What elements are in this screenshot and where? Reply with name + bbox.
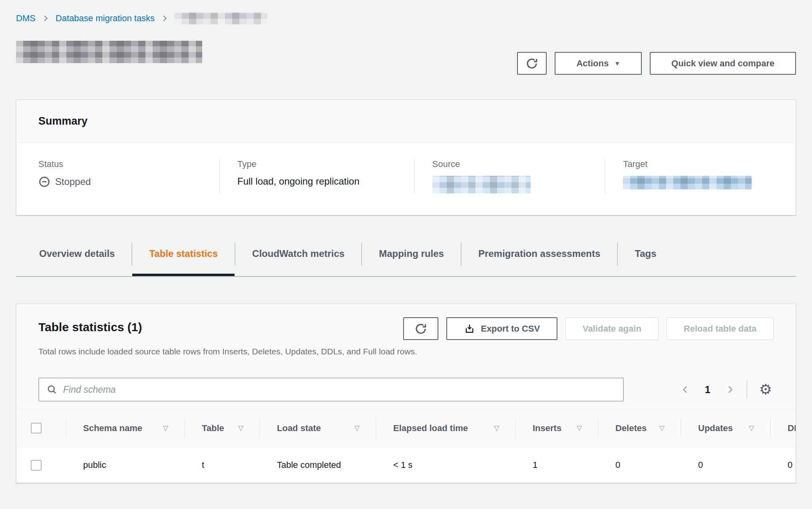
select-all-checkbox-cell xyxy=(16,409,66,447)
refresh-button[interactable] xyxy=(517,52,547,75)
cell-table: t xyxy=(184,447,259,483)
export-button-label: Export to CSV xyxy=(481,324,540,334)
sort-down-icon: ▽ xyxy=(659,424,665,432)
redacted-target-link[interactable] xyxy=(623,176,752,189)
search-icon xyxy=(46,384,58,395)
chevron-right-icon xyxy=(41,14,50,23)
column-header-load-state[interactable]: Load state ▽ xyxy=(259,409,376,447)
quick-view-and-compare-button[interactable]: Quick view and compare xyxy=(650,52,796,75)
status-value: Stopped xyxy=(38,176,219,188)
reload-button-label: Reload table data xyxy=(684,324,756,334)
type-value: Full load, ongoing replication xyxy=(237,176,414,187)
refresh-icon xyxy=(414,322,427,335)
status-text: Stopped xyxy=(55,176,91,187)
summary-panel-header: Summary xyxy=(16,100,796,143)
task-detail-tabs: Overview details Table statistics CloudW… xyxy=(16,242,796,277)
summary-title: Summary xyxy=(38,115,774,127)
redacted-source-link[interactable] xyxy=(432,176,531,193)
dms-task-page: DMS Database migration tasks Actions ▼ Q… xyxy=(0,0,812,483)
table-row: public t Table completed < 1 s 1 0 0 0 xyxy=(16,447,796,483)
type-label: Type xyxy=(237,159,414,169)
breadcrumb: DMS Database migration tasks xyxy=(16,0,796,25)
download-icon xyxy=(464,323,475,334)
sort-down-icon: ▽ xyxy=(494,424,499,432)
chevron-right-icon xyxy=(725,384,735,395)
caret-down-icon: ▼ xyxy=(614,60,620,66)
column-label: Elapsed load time xyxy=(393,423,468,433)
table-statistics-description: Total rows include loaded source table r… xyxy=(16,346,796,358)
previous-page-button[interactable] xyxy=(678,382,693,397)
summary-field-target: Target xyxy=(605,159,796,193)
column-header-table[interactable]: Table ▽ xyxy=(184,409,259,447)
sort-down-icon: ▽ xyxy=(238,424,243,432)
table-statistics-panel: Table statistics (1) Export to CSV Valid… xyxy=(16,304,796,483)
page-header-actions: Actions ▼ Quick view and compare xyxy=(517,52,796,75)
cell-elapsed-load-time: < 1 s xyxy=(376,447,515,483)
cell-load-state: Table completed xyxy=(259,447,376,483)
tab-mapping-rules[interactable]: Mapping rules xyxy=(362,242,461,276)
schema-search-box xyxy=(38,378,624,402)
redacted-task-name-crumb xyxy=(175,12,267,24)
select-all-checkbox[interactable] xyxy=(31,423,42,433)
source-label: Source xyxy=(432,159,605,169)
find-schema-input[interactable] xyxy=(63,384,616,395)
breadcrumb-link-tasks[interactable]: Database migration tasks xyxy=(56,13,155,24)
column-label: DDLs xyxy=(788,423,796,433)
column-label: Schema name xyxy=(83,423,142,433)
summary-panel: Summary Status Stopped Type Full load, o… xyxy=(16,99,796,215)
chevron-left-icon xyxy=(680,384,691,395)
cell-inserts: 1 xyxy=(515,447,598,483)
table-header-row: Schema name ▽ Table ▽ Load state ▽ Elaps… xyxy=(16,409,796,447)
page-header: Actions ▼ Quick view and compare xyxy=(16,41,796,75)
column-header-inserts[interactable]: Inserts ▽ xyxy=(515,409,598,447)
tab-premigration-assessments[interactable]: Premigration assessments xyxy=(462,242,617,276)
sort-down-icon: ▽ xyxy=(577,424,582,432)
next-page-button[interactable] xyxy=(722,382,738,397)
tab-overview-details[interactable]: Overview details xyxy=(16,242,131,276)
tab-table-statistics[interactable]: Table statistics xyxy=(132,242,235,276)
column-label: Load state xyxy=(277,423,321,433)
table-filter-row: 1 ⚙ xyxy=(16,378,796,402)
sort-down-icon: ▽ xyxy=(749,424,754,432)
sort-down-icon: ▽ xyxy=(163,424,168,432)
row-checkbox-cell xyxy=(16,447,66,483)
target-label: Target xyxy=(623,159,796,169)
status-label: Status xyxy=(38,159,219,169)
refresh-icon xyxy=(525,57,538,70)
pagination: 1 ⚙ xyxy=(678,380,774,399)
validate-button-label: Validate again xyxy=(583,324,641,334)
column-label: Updates xyxy=(698,423,733,433)
actions-button[interactable]: Actions ▼ xyxy=(555,52,642,75)
pagination-divider xyxy=(746,380,747,399)
column-header-ddls[interactable]: DDLs xyxy=(770,409,796,447)
table-statistics-actions: Export to CSV Validate again Reload tabl… xyxy=(403,317,774,340)
table-statistics-table: Schema name ▽ Table ▽ Load state ▽ Elaps… xyxy=(16,409,796,483)
quick-view-button-label: Quick view and compare xyxy=(671,58,774,69)
page-number-button[interactable]: 1 xyxy=(705,384,710,396)
column-header-deletes[interactable]: Deletes ▽ xyxy=(598,409,681,447)
column-label: Inserts xyxy=(533,423,561,433)
cell-schema-name: public xyxy=(66,447,184,483)
column-label: Table xyxy=(202,423,224,433)
tab-cloudwatch-metrics[interactable]: CloudWatch metrics xyxy=(235,242,361,276)
summary-field-type: Type Full load, ongoing replication xyxy=(219,159,414,193)
column-header-updates[interactable]: Updates ▽ xyxy=(681,409,770,447)
tab-tags[interactable]: Tags xyxy=(618,242,673,276)
column-header-schema-name[interactable]: Schema name ▽ xyxy=(66,409,184,447)
table-statistics-header: Table statistics (1) Export to CSV Valid… xyxy=(16,304,796,340)
gear-icon: ⚙ xyxy=(759,381,772,398)
reload-table-data-button[interactable]: Reload table data xyxy=(667,317,774,340)
redacted-page-title xyxy=(16,41,202,63)
validate-again-button[interactable]: Validate again xyxy=(565,317,659,340)
row-checkbox[interactable] xyxy=(31,460,42,471)
column-header-elapsed-load-time[interactable]: Elapsed load time ▽ xyxy=(376,409,515,447)
export-to-csv-button[interactable]: Export to CSV xyxy=(446,317,557,340)
summary-field-status: Status Stopped xyxy=(16,159,219,193)
column-label: Deletes xyxy=(615,423,647,433)
chevron-right-icon xyxy=(160,14,169,23)
summary-body: Status Stopped Type Full load, ongoing r… xyxy=(16,143,796,215)
table-settings-button[interactable]: ⚙ xyxy=(758,382,774,397)
cell-ddls: 0 xyxy=(770,447,796,483)
breadcrumb-link-dms[interactable]: DMS xyxy=(16,13,36,24)
table-refresh-button[interactable] xyxy=(403,317,438,340)
